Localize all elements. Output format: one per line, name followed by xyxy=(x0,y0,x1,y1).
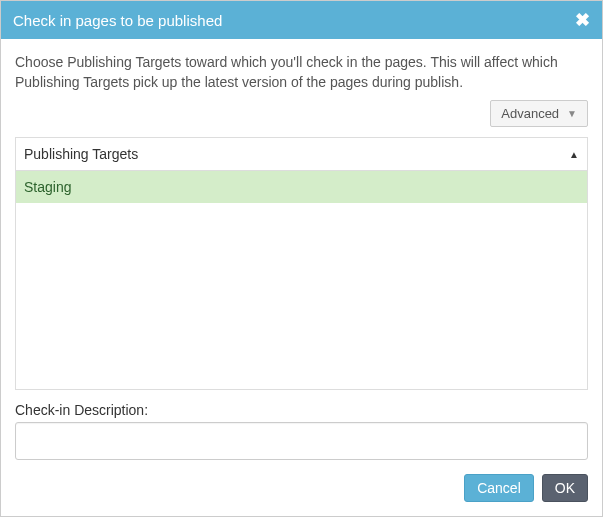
cancel-button[interactable]: Cancel xyxy=(464,474,534,502)
advanced-button[interactable]: Advanced ▼ xyxy=(490,100,588,127)
close-icon[interactable]: ✖ xyxy=(575,11,590,29)
ok-button[interactable]: OK xyxy=(542,474,588,502)
publishing-targets-body: Staging xyxy=(16,171,587,389)
advanced-button-label: Advanced xyxy=(501,106,559,121)
checkin-description-label: Check-in Description: xyxy=(15,402,588,418)
publishing-targets-header-label: Publishing Targets xyxy=(24,146,138,162)
target-row-label: Staging xyxy=(24,179,71,195)
dialog-title: Check in pages to be published xyxy=(13,12,222,29)
dialog-body: Choose Publishing Targets toward which y… xyxy=(1,39,602,460)
publishing-targets-header[interactable]: Publishing Targets ▲ xyxy=(16,138,587,171)
table-row[interactable]: Staging xyxy=(16,171,587,203)
sort-ascending-icon: ▲ xyxy=(569,149,579,160)
checkin-dialog: Check in pages to be published ✖ Choose … xyxy=(0,0,603,517)
publishing-targets-table: Publishing Targets ▲ Staging xyxy=(15,137,588,390)
dialog-header: Check in pages to be published ✖ xyxy=(1,1,602,39)
chevron-down-icon: ▼ xyxy=(567,108,577,119)
instruction-text: Choose Publishing Targets toward which y… xyxy=(15,53,588,92)
checkin-description-input[interactable] xyxy=(15,422,588,460)
advanced-row: Advanced ▼ xyxy=(15,100,588,127)
dialog-footer: Cancel OK xyxy=(1,460,602,516)
